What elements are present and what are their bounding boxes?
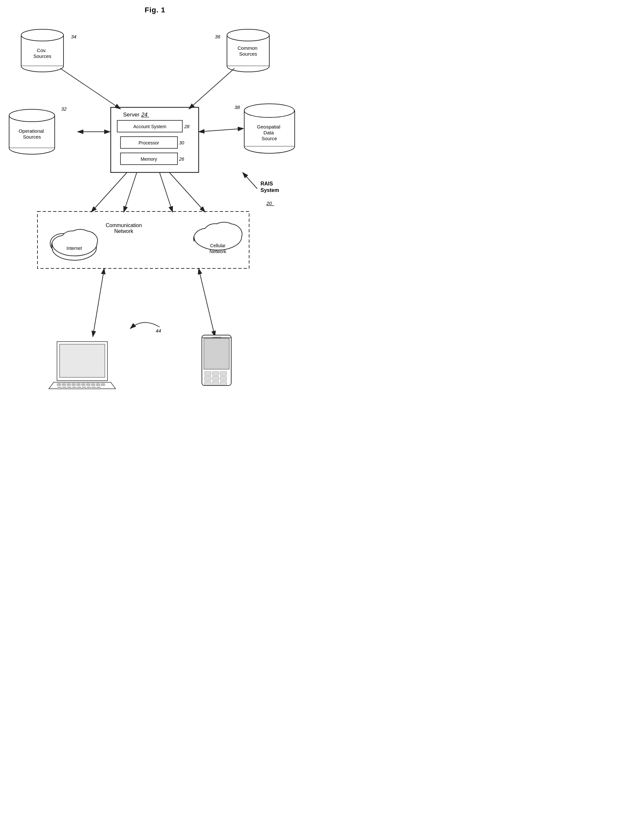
svg-rect-85: [87, 387, 91, 389]
svg-rect-84: [82, 387, 86, 389]
cellular-cloud: Cellular Network: [194, 222, 242, 254]
svg-text:RAIS: RAIS: [260, 181, 273, 186]
svg-text:24: 24: [141, 112, 147, 118]
svg-point-51: [51, 234, 74, 252]
svg-line-59: [160, 172, 173, 212]
svg-rect-98: [212, 381, 219, 385]
svg-rect-73: [77, 383, 80, 386]
svg-text:Communication: Communication: [105, 222, 141, 228]
svg-rect-71: [67, 383, 71, 386]
svg-point-1: [21, 29, 63, 41]
cov-sources-cylinder: Cov. Sources: [21, 29, 63, 72]
svg-line-65: [199, 268, 215, 337]
svg-text:Cov.
        Sources: Cov. Sources: [33, 48, 51, 59]
svg-rect-20: [120, 153, 178, 165]
svg-rect-94: [205, 376, 211, 380]
phone-icon: [202, 335, 231, 386]
svg-rect-16: [117, 120, 182, 132]
svg-text:Network: Network: [209, 249, 226, 254]
svg-line-57: [91, 172, 127, 212]
svg-text:Memory: Memory: [141, 156, 157, 162]
svg-rect-82: [72, 387, 76, 389]
svg-point-47: [50, 234, 75, 253]
svg-text:Server: Server: [123, 112, 139, 118]
svg-text:22: 22: [142, 230, 148, 236]
svg-point-7: [9, 109, 55, 122]
svg-rect-99: [220, 381, 227, 385]
svg-line-40: [189, 68, 235, 109]
svg-rect-18: [120, 136, 178, 148]
svg-text:Geospatial
        Data
      : Geospatial Data Source: [257, 124, 282, 141]
svg-text:26: 26: [179, 156, 184, 162]
svg-rect-6: [9, 116, 55, 148]
svg-marker-68: [49, 382, 116, 389]
svg-text:Processor: Processor: [138, 140, 159, 146]
svg-rect-87: [97, 387, 101, 389]
svg-rect-75: [86, 383, 90, 386]
svg-rect-97: [205, 381, 211, 385]
server-box: Server 24 Account System Processor Memor…: [111, 107, 199, 172]
svg-rect-95: [212, 376, 219, 380]
geospatial-cylinder: Geospatial Data Source: [244, 104, 295, 153]
svg-rect-90: [212, 337, 221, 338]
svg-rect-0: [21, 35, 63, 66]
svg-text:20: 20: [266, 200, 272, 206]
internet-cloud: Internet: [50, 230, 98, 260]
svg-rect-43: [38, 212, 249, 268]
svg-text:Cellular: Cellular: [210, 243, 226, 248]
svg-text:44: 44: [156, 328, 161, 333]
svg-marker-67: [60, 344, 105, 377]
svg-text:Internet: Internet: [66, 246, 82, 251]
svg-text:30: 30: [179, 140, 184, 146]
fig-title: Fig. 1: [0, 0, 310, 14]
svg-rect-79: [58, 387, 62, 389]
svg-text:System: System: [260, 188, 279, 193]
common-sources-cylinder: Common Sources: [227, 29, 269, 72]
svg-rect-78: [101, 383, 105, 386]
svg-line-58: [124, 172, 137, 212]
svg-rect-89: [204, 338, 229, 369]
svg-line-39: [60, 68, 120, 109]
diagram-container: Fig. 1 Cov. Sources Common Sources: [0, 0, 310, 420]
svg-text:Account System: Account System: [133, 124, 166, 129]
svg-rect-69: [57, 383, 61, 386]
svg-rect-96: [220, 376, 227, 380]
svg-rect-77: [96, 383, 100, 386]
svg-rect-74: [81, 383, 85, 386]
svg-text:34: 34: [71, 34, 77, 39]
svg-line-42: [199, 129, 244, 132]
svg-point-10: [244, 104, 294, 117]
svg-line-61: [242, 172, 257, 189]
svg-text:32: 32: [61, 106, 67, 112]
svg-point-49: [63, 233, 84, 249]
svg-marker-66: [57, 342, 107, 381]
svg-rect-70: [62, 383, 66, 386]
svg-point-4: [227, 29, 269, 41]
svg-rect-3: [227, 35, 269, 66]
svg-rect-76: [91, 383, 95, 386]
operational-sources-cylinder: Operational Sources: [9, 109, 55, 154]
svg-rect-9: [244, 111, 295, 146]
svg-rect-86: [92, 387, 96, 389]
svg-point-48: [72, 234, 97, 252]
svg-text:28: 28: [184, 124, 190, 129]
svg-text:38: 38: [235, 104, 240, 110]
svg-rect-81: [68, 387, 71, 389]
svg-rect-92: [212, 372, 219, 375]
svg-point-52: [73, 235, 96, 252]
svg-text:36: 36: [215, 34, 220, 39]
svg-point-50: [53, 236, 96, 260]
svg-line-60: [169, 172, 205, 212]
svg-point-46: [52, 236, 96, 260]
svg-rect-80: [63, 387, 66, 389]
svg-rect-72: [72, 383, 75, 386]
svg-text:Network: Network: [114, 228, 134, 234]
svg-text:42: 42: [230, 237, 235, 242]
laptop-icon: [49, 342, 116, 389]
svg-text:Common
        Sources: Common Sources: [238, 45, 259, 57]
svg-text:40: 40: [52, 228, 58, 234]
svg-rect-91: [205, 372, 211, 375]
svg-rect-88: [202, 335, 231, 386]
svg-line-64: [93, 268, 104, 337]
svg-rect-12: [111, 107, 199, 172]
